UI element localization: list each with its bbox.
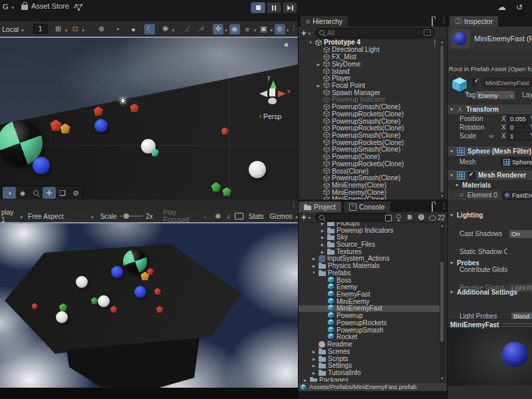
hierarchy-item[interactable]: PowerupSmash(Clone)	[299, 174, 440, 182]
2d-toggle-icon[interactable]: ◔	[112, 24, 123, 35]
tag-dropdown[interactable]: Enemy	[475, 90, 515, 100]
red-gem[interactable]	[94, 106, 103, 116]
link-scale-icon[interactable]: ∞	[489, 132, 493, 140]
services-graph-icon[interactable]	[74, 3, 83, 11]
additional-settings-foldout[interactable]: ▼Additional Settings	[449, 289, 517, 296]
play-button[interactable]	[251, 2, 265, 13]
foldout-icon[interactable]: ▶	[311, 356, 317, 361]
axis-y-cone[interactable]	[270, 80, 277, 88]
tab-project[interactable]: Project	[299, 201, 341, 212]
hierarchy-item[interactable]: PowerupRockets(Clone)	[299, 160, 440, 168]
axis-value-field[interactable]: 0.055	[507, 114, 532, 124]
blue-sphere[interactable]	[134, 286, 146, 298]
hierarchy-item[interactable]: MiniEnemy(Clone)	[299, 189, 440, 196]
kebab-menu-icon[interactable]: ⋮	[432, 39, 438, 46]
red-gem[interactable]	[154, 288, 161, 295]
audio-muted-icon[interactable]: ♪	[182, 24, 193, 35]
grid-size-field[interactable]: 1	[33, 24, 48, 34]
tab-console[interactable]: ≡ Console	[344, 201, 390, 212]
project-item[interactable]: EnemyFast	[299, 291, 440, 298]
search-icon[interactable]	[29, 187, 43, 199]
project-item[interactable]: ▶ Scenes	[299, 348, 440, 355]
project-item[interactable]: ▶ Sky	[299, 233, 440, 241]
white-sphere[interactable]	[249, 161, 266, 178]
open-search-window-icon[interactable]	[385, 215, 392, 221]
foldout-icon[interactable]: ▼	[449, 149, 454, 154]
scale-slider[interactable]	[120, 215, 144, 217]
white-sphere[interactable]	[76, 276, 88, 288]
hierarchy-item[interactable]: ▶ Focal Point	[299, 82, 440, 89]
lock-icon[interactable]	[432, 18, 433, 27]
red-gem[interactable]	[110, 306, 117, 313]
foldout-icon[interactable]: ▶	[311, 370, 317, 375]
hierarchy-item[interactable]: Powerup(Clone)	[299, 153, 440, 160]
green-gem[interactable]	[59, 303, 67, 311]
play-focused-dropdown[interactable]: Play Focused	[164, 209, 206, 223]
blue-sphere[interactable]	[94, 119, 108, 132]
directional-light-gizmo[interactable]: ☀	[118, 95, 127, 107]
foldout-icon[interactable]: ▼	[449, 107, 454, 112]
boss-sphere[interactable]	[123, 249, 147, 273]
layers-visibility-icon[interactable]: ❏	[56, 187, 69, 199]
project-item[interactable]: ▶ InputSystem_Actions	[299, 255, 440, 263]
visibility-dropdown[interactable]: ✤	[213, 24, 227, 35]
eye-icon[interactable]: ◉	[229, 24, 240, 35]
hierarchy-item[interactable]: Island	[299, 68, 440, 75]
lock-icon[interactable]	[432, 203, 433, 212]
foldout-icon[interactable]: ▶	[316, 62, 321, 66]
green-gem[interactable]	[91, 297, 98, 304]
project-item[interactable]: ▶ Settings	[299, 362, 440, 369]
scrollbar-thumb[interactable]	[440, 262, 444, 342]
red-gem[interactable]	[130, 104, 139, 112]
white-sphere[interactable]	[56, 311, 68, 323]
effects-disabled-icon[interactable]: ✦	[197, 24, 207, 35]
label-filter-icon[interactable]	[408, 215, 412, 219]
mesh-renderer-header[interactable]: ▼ Mesh Renderer	[448, 170, 532, 181]
preview-header[interactable]: MiniEnemyFast	[448, 319, 532, 329]
project-item[interactable]: PowerupSmash	[299, 327, 440, 334]
hidden-count-badge[interactable]: 22	[429, 214, 445, 221]
gizmos-toggle-icon[interactable]: ◈	[16, 187, 29, 199]
axis-down-cone[interactable]	[268, 98, 277, 104]
view-options-icon[interactable]: ◑	[3, 187, 16, 199]
blue-sphere[interactable]	[33, 157, 50, 174]
project-search-input[interactable]	[315, 213, 390, 221]
pause-button[interactable]	[267, 2, 281, 13]
axis-value-field[interactable]: 0	[507, 123, 532, 132]
history-icon[interactable]: ↺	[516, 3, 523, 12]
grid-visual-dropdown[interactable]: ⊞	[53, 24, 68, 35]
warning-filter-icon[interactable]: !	[418, 214, 424, 220]
project-item[interactable]: Readme	[299, 340, 440, 348]
display-dropdown[interactable]: play 1	[1, 209, 23, 223]
mesh-object-field[interactable]: Sphere	[501, 158, 532, 167]
project-item[interactable]: Enemy	[299, 283, 440, 291]
project-item[interactable]: Boss	[299, 277, 440, 284]
account-dropdown[interactable]: G	[3, 3, 14, 11]
hierarchy-item[interactable]: Powerup Indicator	[299, 96, 440, 104]
foldout-icon[interactable]: ▶	[311, 349, 317, 354]
hierarchy-item[interactable]: FX_Mist	[299, 53, 440, 61]
search-by-type-icon[interactable]	[424, 29, 431, 36]
persp-toggle[interactable]: ‹Persp	[259, 112, 281, 120]
gizmos-dropdown[interactable]: Gizmos	[270, 213, 298, 220]
slider-knob[interactable]	[124, 213, 129, 219]
shading-mode-icon[interactable]: ⊕	[96, 24, 107, 35]
snap-settings-dropdown[interactable]: ⊡	[70, 24, 84, 35]
project-item[interactable]: MiniEnemyFast	[299, 305, 440, 313]
material-element-row[interactable]: = Element 0 FastEnem	[448, 190, 532, 200]
materials-foldout[interactable]: ▼Materials	[454, 182, 491, 189]
hierarchy-item[interactable]: PowerupSmash(Clone)	[299, 132, 440, 139]
lighting-foldout[interactable]: ▼Lighting	[449, 211, 483, 219]
handle-orientation-dropdown[interactable]: Local	[2, 25, 24, 33]
hierarchy-item[interactable]: Player	[299, 74, 440, 82]
cloud-icon[interactable]: ☁	[497, 2, 506, 12]
foldout-icon[interactable]: ▼	[308, 41, 313, 45]
tab-inspector[interactable]: ⓘ Inspector	[450, 16, 498, 27]
foldout-icon[interactable]: ▶	[311, 256, 317, 261]
project-item[interactable]: ▶ Source_Files	[299, 241, 440, 248]
aspect-dropdown[interactable]: Free Aspect	[28, 213, 94, 220]
debug-draw-dropdown[interactable]: ❋	[160, 24, 175, 35]
move-tool-icon[interactable]: ✛	[43, 187, 56, 199]
green-gem[interactable]	[211, 182, 221, 192]
foldout-icon[interactable]: ▶	[316, 83, 321, 88]
